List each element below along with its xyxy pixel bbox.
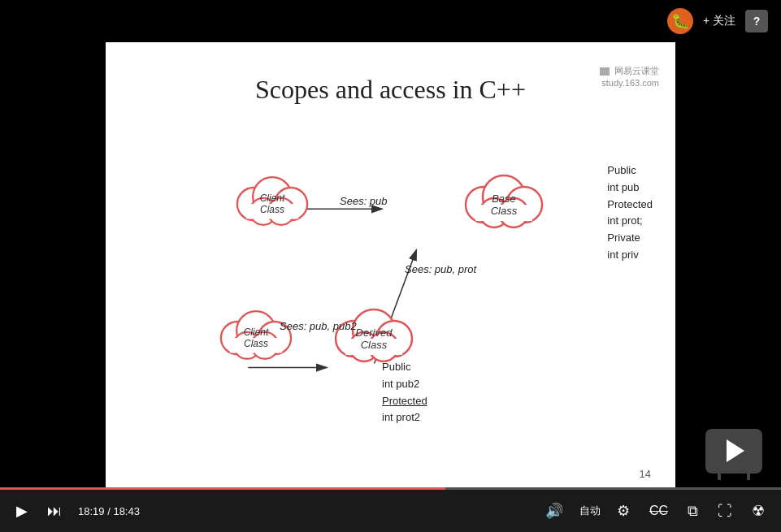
follow-label: + 关注 xyxy=(703,14,735,28)
tv-legs xyxy=(718,474,750,480)
pip-button[interactable]: ⧉ xyxy=(684,500,701,523)
watermark: 网易云课堂 study.163.com xyxy=(600,65,659,90)
volume-button[interactable]: 🔊 xyxy=(542,499,566,523)
pip-icon: ⧉ xyxy=(688,503,698,520)
tv-icon-area[interactable] xyxy=(701,426,766,475)
base-info-line1: Public xyxy=(607,162,653,179)
arrow-label-sees-prot: Sees: pub, prot xyxy=(405,263,476,275)
arrow-label-sees-pub2: Sees: pub, pub2 xyxy=(280,320,357,332)
derived-info-line1: Public xyxy=(382,359,427,376)
base-info-line3: Protected xyxy=(607,197,653,214)
settings-icon: ⚙ xyxy=(617,502,630,520)
follow-button[interactable]: + 关注 xyxy=(703,14,735,28)
svg-text:Client: Client xyxy=(260,192,285,204)
slide-number: 14 xyxy=(640,468,651,480)
arrow-label-sees-pub: Sees: pub xyxy=(340,195,388,207)
svg-text:Class: Class xyxy=(260,204,284,215)
more-icon: ☢ xyxy=(752,502,765,520)
watermark-line2: study.163.com xyxy=(601,78,659,88)
watermark-icon xyxy=(600,67,610,76)
client-class-top-cloud: Client Class xyxy=(228,160,317,236)
play-icon: ▶ xyxy=(16,502,28,520)
control-bar: ▶ ⏭ 18:19 / 18:43 🔊 自动 ⚙ CC ⧉ ⛶ ☢ xyxy=(0,490,781,532)
svg-text:Class: Class xyxy=(244,338,268,349)
avatar-icon: 🐛 xyxy=(667,8,693,34)
time-total: 18:43 xyxy=(113,505,140,517)
base-class-cloud: Base Class xyxy=(455,160,553,236)
svg-text:Derived: Derived xyxy=(356,327,393,339)
slide-title: Scopes and access in C++ xyxy=(106,75,675,105)
client-class-bottom-cloud: Client Class xyxy=(211,294,301,370)
base-class-info: Public int pub Protected int prot; Priva… xyxy=(607,162,653,264)
settings-button[interactable]: ⚙ xyxy=(614,499,633,523)
slide: 网易云课堂 study.163.com Scopes and access in… xyxy=(106,42,675,490)
derived-info-line2: int pub2 xyxy=(382,376,427,393)
svg-text:Base: Base xyxy=(492,192,516,205)
fullscreen-button[interactable]: ⛶ xyxy=(714,500,735,523)
fullscreen-icon: ⛶ xyxy=(718,503,732,520)
svg-text:Class: Class xyxy=(361,339,388,351)
base-info-line6: int priv xyxy=(607,247,653,264)
captions-button[interactable]: CC xyxy=(646,500,671,521)
play-button[interactable]: ▶ xyxy=(13,499,31,523)
derived-info-line4: int prot2 xyxy=(382,409,427,426)
tv-leg-right xyxy=(747,474,750,480)
top-bar: 🐛 + 关注 ? xyxy=(0,0,781,42)
video-area: 网易云课堂 study.163.com Scopes and access in… xyxy=(106,42,675,490)
time-display: 18:19 / 18:43 xyxy=(78,505,140,517)
tv-leg-left xyxy=(718,474,721,480)
watermark-line1: 网易云课堂 xyxy=(614,66,659,76)
help-label: ? xyxy=(753,15,761,28)
derived-info-line3: Protected xyxy=(382,393,427,410)
base-info-line5: Private xyxy=(607,230,653,247)
captions-icon: CC xyxy=(649,504,668,518)
derived-class-info: Public int pub2 Protected int prot2 xyxy=(382,359,427,426)
tv-play-icon xyxy=(727,439,744,462)
speed-label: 自动 xyxy=(579,504,601,518)
svg-text:Class: Class xyxy=(491,205,518,217)
time-current: 18:19 xyxy=(78,505,105,517)
volume-icon: 🔊 xyxy=(545,502,563,520)
skip-button[interactable]: ⏭ xyxy=(44,500,65,523)
base-info-line2: int pub xyxy=(607,179,653,197)
tv-icon xyxy=(705,429,762,474)
help-button[interactable]: ? xyxy=(745,10,768,32)
base-info-line4: int prot; xyxy=(607,213,653,230)
skip-icon: ⏭ xyxy=(47,503,62,520)
svg-text:Client: Client xyxy=(244,327,269,338)
more-button[interactable]: ☢ xyxy=(748,499,768,523)
